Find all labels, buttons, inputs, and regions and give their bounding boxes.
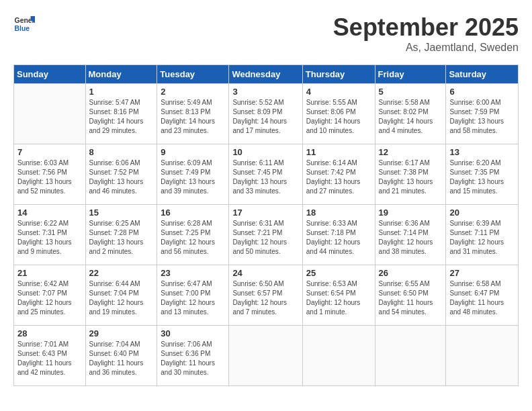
day-info: Sunrise: 6:50 AM Sunset: 6:57 PM Dayligh… <box>232 279 298 317</box>
day-info: Sunrise: 6:33 AM Sunset: 7:18 PM Dayligh… <box>306 219 371 257</box>
day-info: Sunrise: 6:11 AM Sunset: 7:45 PM Dayligh… <box>232 158 298 196</box>
day-info: Sunrise: 7:01 AM Sunset: 6:43 PM Dayligh… <box>17 340 82 377</box>
weekday-header-tuesday: Tuesday <box>157 65 229 84</box>
calendar-cell: 24Sunrise: 6:50 AM Sunset: 6:57 PM Dayli… <box>229 265 302 326</box>
calendar-cell <box>375 326 446 386</box>
calendar-cell: 2Sunrise: 5:49 AM Sunset: 8:13 PM Daylig… <box>157 84 229 144</box>
day-info: Sunrise: 6:09 AM Sunset: 7:49 PM Dayligh… <box>161 158 225 196</box>
day-number: 15 <box>89 208 154 218</box>
day-number: 25 <box>306 268 371 278</box>
calendar-cell: 12Sunrise: 6:17 AM Sunset: 7:38 PM Dayli… <box>375 144 446 205</box>
day-number: 1 <box>89 87 154 97</box>
calendar-cell: 22Sunrise: 6:44 AM Sunset: 7:04 PM Dayli… <box>85 265 157 326</box>
day-info: Sunrise: 6:53 AM Sunset: 6:54 PM Dayligh… <box>306 279 371 317</box>
day-info: Sunrise: 6:25 AM Sunset: 7:28 PM Dayligh… <box>89 219 154 257</box>
title-area: September 2025 As, Jaemtland, Sweden <box>333 13 519 54</box>
location: As, Jaemtland, Sweden <box>333 42 519 54</box>
day-number: 13 <box>449 147 515 157</box>
week-row-2: 7Sunrise: 6:03 AM Sunset: 7:56 PM Daylig… <box>14 144 519 205</box>
day-number: 12 <box>379 147 443 157</box>
day-info: Sunrise: 6:28 AM Sunset: 7:25 PM Dayligh… <box>161 219 225 257</box>
day-number: 11 <box>306 147 371 157</box>
day-info: Sunrise: 5:55 AM Sunset: 8:06 PM Dayligh… <box>306 98 371 136</box>
svg-text:Blue: Blue <box>15 25 30 32</box>
day-number: 7 <box>17 147 82 157</box>
day-info: Sunrise: 6:36 AM Sunset: 7:14 PM Dayligh… <box>379 219 443 257</box>
day-info: Sunrise: 5:52 AM Sunset: 8:09 PM Dayligh… <box>232 98 298 136</box>
day-number: 22 <box>89 268 154 278</box>
calendar-table: SundayMondayTuesdayWednesdayThursdayFrid… <box>13 64 519 386</box>
day-number: 2 <box>161 87 225 97</box>
day-number: 9 <box>161 147 225 157</box>
calendar-cell <box>446 326 519 386</box>
day-info: Sunrise: 6:44 AM Sunset: 7:04 PM Dayligh… <box>89 279 154 317</box>
calendar-cell: 5Sunrise: 5:58 AM Sunset: 8:02 PM Daylig… <box>375 84 446 144</box>
calendar-cell: 29Sunrise: 7:04 AM Sunset: 6:40 PM Dayli… <box>85 326 157 386</box>
day-info: Sunrise: 6:06 AM Sunset: 7:52 PM Dayligh… <box>89 158 154 196</box>
day-info: Sunrise: 6:17 AM Sunset: 7:38 PM Dayligh… <box>379 158 443 196</box>
day-info: Sunrise: 5:47 AM Sunset: 8:16 PM Dayligh… <box>89 98 154 136</box>
day-info: Sunrise: 6:14 AM Sunset: 7:42 PM Dayligh… <box>306 158 371 196</box>
calendar-cell: 27Sunrise: 6:58 AM Sunset: 6:47 PM Dayli… <box>446 265 519 326</box>
day-number: 19 <box>379 208 443 218</box>
calendar-cell: 18Sunrise: 6:33 AM Sunset: 7:18 PM Dayli… <box>302 205 375 265</box>
day-number: 30 <box>161 328 225 338</box>
calendar-cell: 25Sunrise: 6:53 AM Sunset: 6:54 PM Dayli… <box>302 265 375 326</box>
calendar-cell: 16Sunrise: 6:28 AM Sunset: 7:25 PM Dayli… <box>157 205 229 265</box>
day-number: 21 <box>17 268 82 278</box>
day-number: 4 <box>306 87 371 97</box>
calendar-cell: 20Sunrise: 6:39 AM Sunset: 7:11 PM Dayli… <box>446 205 519 265</box>
calendar-cell: 28Sunrise: 7:01 AM Sunset: 6:43 PM Dayli… <box>14 326 86 386</box>
day-number: 23 <box>161 268 225 278</box>
weekday-header-thursday: Thursday <box>302 65 375 84</box>
calendar-cell <box>14 84 86 144</box>
logo: General Blue <box>13 13 35 35</box>
calendar-cell: 3Sunrise: 5:52 AM Sunset: 8:09 PM Daylig… <box>229 84 302 144</box>
week-row-1: 1Sunrise: 5:47 AM Sunset: 8:16 PM Daylig… <box>14 84 519 144</box>
weekday-header-monday: Monday <box>85 65 157 84</box>
day-info: Sunrise: 6:55 AM Sunset: 6:50 PM Dayligh… <box>379 279 443 317</box>
weekday-header-sunday: Sunday <box>14 65 86 84</box>
page-header: General Blue September 2025 As, Jaemtlan… <box>13 13 519 54</box>
day-number: 14 <box>17 208 82 218</box>
logo-icon: General Blue <box>13 13 35 35</box>
weekday-header-row: SundayMondayTuesdayWednesdayThursdayFrid… <box>14 65 519 84</box>
day-number: 6 <box>449 87 515 97</box>
calendar-cell: 9Sunrise: 6:09 AM Sunset: 7:49 PM Daylig… <box>157 144 229 205</box>
day-info: Sunrise: 6:47 AM Sunset: 7:00 PM Dayligh… <box>161 279 225 317</box>
day-number: 29 <box>89 328 154 338</box>
calendar-cell: 23Sunrise: 6:47 AM Sunset: 7:00 PM Dayli… <box>157 265 229 326</box>
calendar-cell: 19Sunrise: 6:36 AM Sunset: 7:14 PM Dayli… <box>375 205 446 265</box>
calendar-cell: 13Sunrise: 6:20 AM Sunset: 7:35 PM Dayli… <box>446 144 519 205</box>
calendar-cell: 14Sunrise: 6:22 AM Sunset: 7:31 PM Dayli… <box>14 205 86 265</box>
calendar-cell: 26Sunrise: 6:55 AM Sunset: 6:50 PM Dayli… <box>375 265 446 326</box>
week-row-5: 28Sunrise: 7:01 AM Sunset: 6:43 PM Dayli… <box>14 326 519 386</box>
weekday-header-friday: Friday <box>375 65 446 84</box>
day-info: Sunrise: 6:20 AM Sunset: 7:35 PM Dayligh… <box>449 158 515 196</box>
day-number: 28 <box>17 328 82 338</box>
weekday-header-wednesday: Wednesday <box>229 65 302 84</box>
day-info: Sunrise: 5:58 AM Sunset: 8:02 PM Dayligh… <box>379 98 443 136</box>
day-number: 26 <box>379 268 443 278</box>
calendar-cell: 10Sunrise: 6:11 AM Sunset: 7:45 PM Dayli… <box>229 144 302 205</box>
day-number: 10 <box>232 147 298 157</box>
calendar-cell: 7Sunrise: 6:03 AM Sunset: 7:56 PM Daylig… <box>14 144 86 205</box>
calendar-cell: 6Sunrise: 6:00 AM Sunset: 7:59 PM Daylig… <box>446 84 519 144</box>
day-number: 24 <box>232 268 298 278</box>
day-info: Sunrise: 6:58 AM Sunset: 6:47 PM Dayligh… <box>449 279 515 317</box>
weekday-header-saturday: Saturday <box>446 65 519 84</box>
calendar-cell: 30Sunrise: 7:06 AM Sunset: 6:36 PM Dayli… <box>157 326 229 386</box>
week-row-4: 21Sunrise: 6:42 AM Sunset: 7:07 PM Dayli… <box>14 265 519 326</box>
day-number: 8 <box>89 147 154 157</box>
day-info: Sunrise: 6:31 AM Sunset: 7:21 PM Dayligh… <box>232 219 298 257</box>
day-number: 5 <box>379 87 443 97</box>
day-info: Sunrise: 7:04 AM Sunset: 6:40 PM Dayligh… <box>89 340 154 377</box>
day-number: 27 <box>449 268 515 278</box>
calendar-cell: 8Sunrise: 6:06 AM Sunset: 7:52 PM Daylig… <box>85 144 157 205</box>
day-number: 16 <box>161 208 225 218</box>
calendar-cell: 21Sunrise: 6:42 AM Sunset: 7:07 PM Dayli… <box>14 265 86 326</box>
day-info: Sunrise: 5:49 AM Sunset: 8:13 PM Dayligh… <box>161 98 225 136</box>
day-info: Sunrise: 6:42 AM Sunset: 7:07 PM Dayligh… <box>17 279 82 317</box>
day-info: Sunrise: 7:06 AM Sunset: 6:36 PM Dayligh… <box>161 340 225 377</box>
day-info: Sunrise: 6:00 AM Sunset: 7:59 PM Dayligh… <box>449 98 515 136</box>
